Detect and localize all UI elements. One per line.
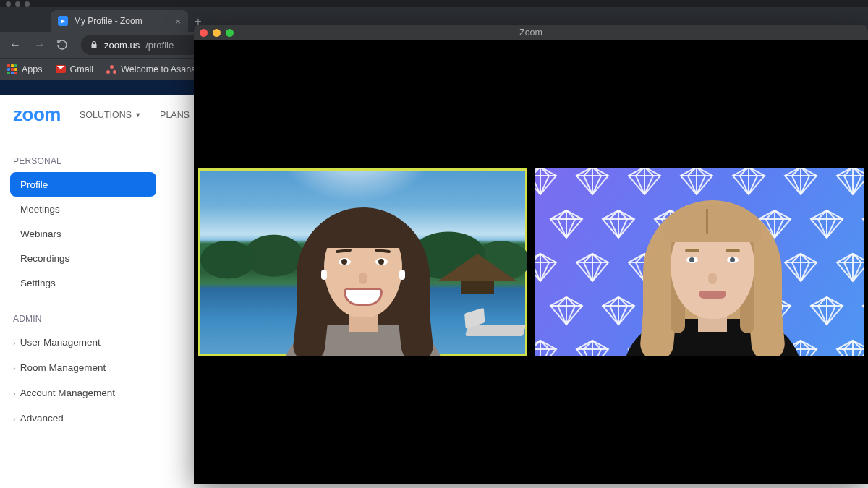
mac-dot [6,1,11,7]
bookmark-label: Gmail [70,64,94,74]
bookmark-label: Apps [22,64,43,74]
mac-dot [15,1,20,7]
sidebar-item-label: Settings [20,278,56,288]
video-tile-participant[interactable] [535,168,864,356]
window-title: Zoom [519,27,542,38]
sidebar-item-account-management[interactable]: ›Account Management [10,380,156,406]
sidebar-item-profile[interactable]: Profile [10,172,156,197]
window-close-button[interactable] [200,29,208,37]
tab-close-icon[interactable]: × [175,16,181,27]
sidebar-item-advanced[interactable]: ›Advanced [10,406,156,431]
bookmark-label: Welcome to Asana [121,64,196,74]
zoom-titlebar[interactable]: Zoom [194,25,868,40]
tab-title: My Profile - Zoom [74,16,169,26]
window-traffic-lights [200,29,234,37]
bookmark-apps[interactable]: Apps [7,64,43,74]
url-path: /profile [145,40,174,51]
mac-dot [25,1,30,7]
sidebar-item-label: Recordings [20,253,69,264]
sidebar-item-settings[interactable]: Settings [10,270,156,295]
sidebar: PERSONAL Profile Meetings Webinars Recor… [0,134,166,444]
video-gallery [194,40,868,484]
apps-grid-icon [7,64,17,74]
chevron-right-icon: › [13,389,16,398]
zoom-logo[interactable]: zoom [13,103,61,126]
sidebar-item-label: Account Management [20,388,115,398]
sidebar-item-label: User Management [20,337,101,348]
nav-label: SOLUTIONS [80,110,132,120]
zoom-app-window[interactable]: Zoom [194,25,868,484]
sidebar-item-webinars[interactable]: Webinars [10,221,156,246]
chevron-down-icon: ▼ [135,111,141,119]
lock-icon [90,40,98,49]
mac-traffic-lights [6,1,30,7]
asana-icon [106,65,116,74]
chevron-right-icon: › [13,414,16,423]
nav-solutions[interactable]: SOLUTIONS ▼ [80,110,141,120]
sidebar-item-room-management[interactable]: ›Room Management [10,355,156,380]
participant-avatar [269,194,457,356]
nav-plans[interactable]: PLANS [160,110,190,120]
reload-button[interactable] [56,39,72,51]
sidebar-item-recordings[interactable]: Recordings [10,246,156,270]
sidebar-item-label: Room Management [20,362,106,373]
browser-tab[interactable]: ▸ My Profile - Zoom × [51,10,188,32]
bookmark-gmail[interactable]: Gmail [56,64,94,74]
participant-avatar [611,189,814,356]
window-minimize-button[interactable] [213,29,221,37]
section-label-admin: ADMIN [13,314,156,324]
zoom-favicon-icon: ▸ [58,16,68,26]
mac-menubar [0,0,868,7]
window-maximize-button[interactable] [226,29,234,37]
bookmark-asana[interactable]: Welcome to Asana [106,64,196,74]
sidebar-item-meetings[interactable]: Meetings [10,197,156,221]
url-host: zoom.us [104,40,140,51]
sidebar-item-label: Advanced [20,413,64,424]
sidebar-item-label: Profile [20,179,48,190]
virtual-bg-lounger [465,325,526,336]
section-label-personal: PERSONAL [13,156,156,166]
back-button[interactable]: ← [7,38,23,51]
chevron-right-icon: › [13,338,16,347]
nav-label: PLANS [160,110,190,120]
gmail-icon [56,65,66,73]
sidebar-item-user-management[interactable]: ›User Management [10,330,156,355]
forward-button[interactable]: → [32,38,48,51]
chevron-right-icon: › [13,364,16,372]
sidebar-item-label: Meetings [20,204,60,215]
video-tile-active-speaker[interactable] [198,168,527,356]
sidebar-item-label: Webinars [20,228,61,239]
